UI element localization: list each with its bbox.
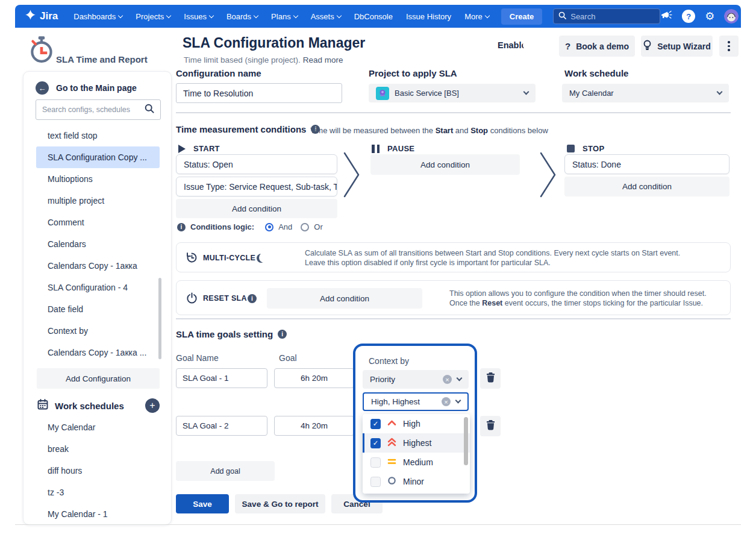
add-schedule-button[interactable] [145, 398, 160, 413]
play-icon [178, 145, 186, 153]
start-add-condition-button[interactable]: Add condition [176, 199, 337, 218]
config-item-selected[interactable]: SLA Configuration Copy ... [36, 146, 160, 168]
help-icon[interactable]: ? [682, 10, 695, 23]
logic-and-label: And [278, 222, 292, 231]
save-button[interactable]: Save [176, 494, 229, 513]
add-configuration-button[interactable]: Add Configuration [37, 368, 160, 389]
divider [176, 318, 731, 319]
option-minor[interactable]: Minor [363, 472, 470, 491]
info-icon[interactable] [248, 294, 257, 303]
toggle-knob [523, 40, 534, 51]
announcement-icon[interactable] [660, 10, 672, 23]
nav-item-dashboards[interactable]: Dashboards [73, 12, 122, 21]
config-name-input[interactable] [176, 83, 342, 103]
nav-item-projects[interactable]: Projects [136, 12, 170, 21]
reset-add-condition-button[interactable]: Add condition [267, 288, 422, 309]
navbar-search[interactable] [553, 8, 660, 24]
pause-add-condition-button[interactable]: Add condition [370, 154, 520, 175]
nav-item-assets[interactable]: Assets [311, 12, 341, 21]
multi-cycle-description: Calculate SLA as sum of all transitions … [305, 248, 680, 268]
nav-item-dbconsole[interactable]: DbConsole [354, 12, 393, 21]
clear-icon[interactable] [443, 375, 452, 384]
nav-item-issues[interactable]: Issues [184, 12, 213, 21]
start-condition[interactable]: Issue Type: Service Request, Sub-task, T… [176, 177, 337, 196]
config-item[interactable]: Context by [23, 320, 172, 342]
goal-name-column-label: Goal Name [176, 353, 219, 363]
goal-value-input[interactable] [274, 368, 354, 388]
schedule-item[interactable]: diff hours [23, 460, 172, 482]
goal-value-input[interactable] [274, 416, 354, 436]
checkbox-checked[interactable] [370, 438, 381, 448]
config-item[interactable]: Multioptions [23, 168, 172, 190]
clear-icon[interactable] [442, 397, 451, 406]
top-navbar: Jira Dashboards Projects Issues Boards P… [15, 5, 741, 28]
config-list: text field stop SLA Configuration Copy .… [23, 125, 172, 363]
project-label: Project to apply SLA [369, 68, 457, 78]
schedule-select[interactable]: My Calendar [562, 84, 729, 102]
config-item[interactable]: Calendars Copy - 1акка ... [23, 342, 172, 363]
sidebar-search-input[interactable] [42, 105, 139, 114]
context-field-select[interactable]: Priority [363, 370, 469, 389]
info-icon[interactable] [177, 223, 186, 231]
add-goal-button[interactable]: Add goal [176, 461, 275, 481]
nav-item-issue-history[interactable]: Issue History [406, 12, 451, 21]
checkbox-unchecked[interactable] [370, 477, 381, 487]
navbar-menu: Dashboards Projects Issues Boards Plans … [73, 12, 489, 21]
more-actions-button[interactable] [719, 36, 739, 57]
schedule-item[interactable]: My Calendar [23, 416, 172, 438]
schedule-item[interactable]: My Calendar - 1 [23, 503, 172, 525]
stop-add-condition-button[interactable]: Add condition [564, 177, 729, 196]
config-item[interactable]: multiple project [23, 190, 172, 212]
context-values-select[interactable]: High, Highest [363, 392, 469, 411]
calendar-icon [37, 398, 49, 413]
schedule-item[interactable]: break [23, 438, 172, 460]
delete-goal-button[interactable] [480, 416, 501, 436]
option-highest[interactable]: Highest [363, 433, 470, 453]
nav-item-more[interactable]: More [464, 12, 489, 21]
read-more-link[interactable]: Read more [303, 55, 343, 64]
chevron-down-icon [455, 398, 461, 404]
project-select[interactable]: Basic Service [BS] [369, 84, 536, 102]
config-item[interactable]: Date field [23, 298, 172, 320]
option-high[interactable]: High [363, 414, 470, 433]
config-item[interactable]: text field stop [23, 125, 172, 146]
lightbulb-icon [643, 40, 652, 52]
config-item[interactable]: Comment [23, 212, 172, 233]
config-item[interactable]: SLA Configuration - 4 [23, 277, 172, 298]
setup-wizard-button[interactable]: Setup Wizard [641, 36, 713, 57]
settings-icon[interactable] [705, 10, 714, 23]
stop-condition[interactable]: Status: Done [564, 154, 729, 174]
schedule-label: Work schedule [564, 68, 628, 78]
goal-column-label: Goal [279, 353, 297, 363]
logic-label: Conditions logic: [190, 222, 254, 231]
nav-item-plans[interactable]: Plans [271, 12, 298, 21]
sidebar-scrollbar[interactable] [158, 278, 161, 359]
config-item[interactable]: Calendars Copy - 1акка [23, 255, 172, 277]
avatar[interactable] [724, 9, 739, 24]
search-input[interactable] [570, 12, 655, 21]
dropdown-scrollbar[interactable] [464, 417, 468, 465]
checkbox-checked[interactable] [370, 419, 381, 429]
sidebar-search[interactable] [36, 99, 161, 120]
goal-name-input[interactable] [176, 416, 267, 436]
logic-or-radio[interactable] [301, 223, 309, 231]
checkbox-unchecked[interactable] [370, 457, 381, 468]
logic-and-radio[interactable] [265, 223, 273, 231]
chevron-down-icon [457, 375, 463, 381]
save-go-report-button[interactable]: Save & Go to report [235, 494, 325, 513]
create-button[interactable]: Create [501, 8, 542, 25]
back-to-main[interactable]: Go to the Main page [36, 81, 137, 95]
stop-column-header: STOP [567, 144, 604, 153]
goal-name-input[interactable] [176, 368, 267, 388]
option-medium[interactable]: Medium [363, 453, 470, 472]
book-demo-button[interactable]: ? Book a demo [559, 36, 635, 57]
info-icon[interactable] [278, 330, 287, 339]
start-condition[interactable]: Status: Open [176, 154, 337, 174]
delete-goal-button[interactable] [480, 368, 501, 389]
chevron-right-icon [343, 152, 360, 200]
nav-item-boards[interactable]: Boards [226, 12, 258, 21]
jira-logo[interactable]: Jira [25, 9, 58, 24]
check-icon: ✓ [275, 253, 280, 261]
config-item[interactable]: Calendars [23, 233, 172, 255]
schedule-item[interactable]: tz -3 [23, 482, 172, 503]
